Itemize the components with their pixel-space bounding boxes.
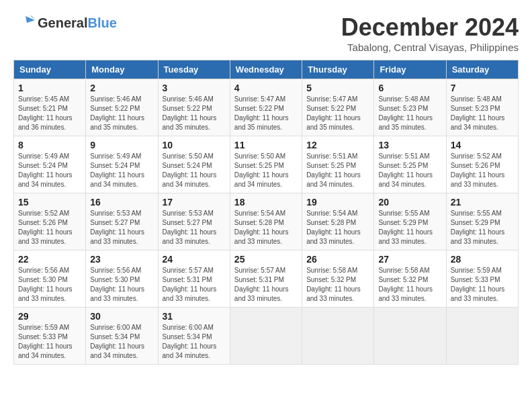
day-number: 1 <box>18 83 81 93</box>
calendar-cell: 9 Sunrise: 5:49 AM Sunset: 5:24 PM Dayli… <box>86 136 158 193</box>
calendar-cell: 2 Sunrise: 5:46 AM Sunset: 5:22 PM Dayli… <box>86 79 158 136</box>
calendar-header-row: SundayMondayTuesdayWednesdayThursdayFrid… <box>14 60 519 79</box>
calendar-cell: 10 Sunrise: 5:50 AM Sunset: 5:24 PM Dayl… <box>158 136 230 193</box>
cell-content: Sunrise: 5:49 AM Sunset: 5:24 PM Dayligh… <box>90 152 153 189</box>
cell-content: Sunrise: 5:51 AM Sunset: 5:25 PM Dayligh… <box>306 152 369 189</box>
cell-content: Sunrise: 5:55 AM Sunset: 5:29 PM Dayligh… <box>378 209 441 246</box>
day-number: 23 <box>90 254 153 265</box>
calendar-week-1: 1 Sunrise: 5:45 AM Sunset: 5:21 PM Dayli… <box>14 79 519 136</box>
cell-content: Sunrise: 5:58 AM Sunset: 5:32 PM Dayligh… <box>378 266 441 304</box>
cell-content: Sunrise: 5:54 AM Sunset: 5:28 PM Dayligh… <box>234 209 298 246</box>
cell-content: Sunrise: 5:46 AM Sunset: 5:22 PM Dayligh… <box>163 95 226 132</box>
day-number: 11 <box>234 140 298 150</box>
logo-text-general: General <box>38 15 87 30</box>
calendar-cell: 5 Sunrise: 5:47 AM Sunset: 5:22 PM Dayli… <box>302 79 374 136</box>
day-number: 7 <box>451 83 514 93</box>
cell-content: Sunrise: 5:58 AM Sunset: 5:32 PM Dayligh… <box>306 266 369 304</box>
day-header-friday: Friday <box>374 60 446 79</box>
calendar-cell: 19 Sunrise: 5:54 AM Sunset: 5:28 PM Dayl… <box>302 193 374 250</box>
calendar-cell: 11 Sunrise: 5:50 AM Sunset: 5:25 PM Dayl… <box>230 136 302 193</box>
cell-content: Sunrise: 5:59 AM Sunset: 5:33 PM Dayligh… <box>451 266 514 304</box>
calendar-cell: 24 Sunrise: 5:57 AM Sunset: 5:31 PM Dayl… <box>158 250 230 308</box>
cell-content: Sunrise: 5:59 AM Sunset: 5:33 PM Dayligh… <box>18 323 81 361</box>
location: Tabalong, Central Visayas, Philippines <box>341 42 519 53</box>
calendar-cell: 20 Sunrise: 5:55 AM Sunset: 5:29 PM Dayl… <box>374 193 446 250</box>
cell-content: Sunrise: 5:52 AM Sunset: 5:26 PM Dayligh… <box>18 209 81 246</box>
calendar-cell: 23 Sunrise: 5:56 AM Sunset: 5:30 PM Dayl… <box>86 250 158 308</box>
calendar-cell: 1 Sunrise: 5:45 AM Sunset: 5:21 PM Dayli… <box>14 79 86 136</box>
day-number: 24 <box>163 254 226 265</box>
day-number: 19 <box>306 197 369 208</box>
day-number: 14 <box>451 140 514 150</box>
calendar-week-2: 8 Sunrise: 5:49 AM Sunset: 5:24 PM Dayli… <box>14 136 519 193</box>
calendar-cell: 6 Sunrise: 5:48 AM Sunset: 5:23 PM Dayli… <box>374 79 446 136</box>
calendar-cell: 3 Sunrise: 5:46 AM Sunset: 5:22 PM Dayli… <box>158 79 230 136</box>
day-header-saturday: Saturday <box>446 60 518 79</box>
calendar-cell: 17 Sunrise: 5:53 AM Sunset: 5:27 PM Dayl… <box>158 193 230 250</box>
calendar-cell: 18 Sunrise: 5:54 AM Sunset: 5:28 PM Dayl… <box>230 193 302 250</box>
calendar-cell: 25 Sunrise: 5:57 AM Sunset: 5:31 PM Dayl… <box>230 250 302 308</box>
day-number: 25 <box>234 254 298 265</box>
calendar-cell: 16 Sunrise: 5:53 AM Sunset: 5:27 PM Dayl… <box>86 193 158 250</box>
cell-content: Sunrise: 6:00 AM Sunset: 5:34 PM Dayligh… <box>90 323 153 361</box>
day-number: 16 <box>90 197 153 208</box>
day-header-thursday: Thursday <box>302 60 374 79</box>
calendar-week-5: 29 Sunrise: 5:59 AM Sunset: 5:33 PM Dayl… <box>14 308 519 365</box>
cell-content: Sunrise: 5:52 AM Sunset: 5:26 PM Dayligh… <box>451 152 514 189</box>
calendar-cell: 22 Sunrise: 5:56 AM Sunset: 5:30 PM Dayl… <box>14 250 86 308</box>
day-number: 22 <box>18 254 81 265</box>
calendar-cell: 28 Sunrise: 5:59 AM Sunset: 5:33 PM Dayl… <box>446 250 518 308</box>
day-number: 29 <box>18 311 81 322</box>
logo-icon <box>13 13 35 32</box>
cell-content: Sunrise: 5:54 AM Sunset: 5:28 PM Dayligh… <box>306 209 369 246</box>
cell-content: Sunrise: 5:47 AM Sunset: 5:22 PM Dayligh… <box>306 95 369 132</box>
logo-text-blue: Blue <box>87 15 116 30</box>
calendar-week-4: 22 Sunrise: 5:56 AM Sunset: 5:30 PM Dayl… <box>14 250 519 308</box>
cell-content: Sunrise: 5:51 AM Sunset: 5:25 PM Dayligh… <box>378 152 441 189</box>
day-number: 20 <box>378 197 441 208</box>
day-number: 3 <box>163 83 226 93</box>
title-block: December 2024 Tabalong, Central Visayas,… <box>341 13 519 53</box>
cell-content: Sunrise: 5:49 AM Sunset: 5:24 PM Dayligh… <box>18 152 81 189</box>
cell-content: Sunrise: 5:56 AM Sunset: 5:30 PM Dayligh… <box>18 266 81 304</box>
calendar-cell: 30 Sunrise: 6:00 AM Sunset: 5:34 PM Dayl… <box>86 308 158 365</box>
calendar-cell <box>302 308 374 365</box>
cell-content: Sunrise: 5:53 AM Sunset: 5:27 PM Dayligh… <box>163 209 226 246</box>
cell-content: Sunrise: 5:48 AM Sunset: 5:23 PM Dayligh… <box>451 95 514 132</box>
day-number: 9 <box>90 140 153 150</box>
day-number: 4 <box>234 83 298 93</box>
cell-content: Sunrise: 5:47 AM Sunset: 5:22 PM Dayligh… <box>234 95 298 132</box>
cell-content: Sunrise: 5:48 AM Sunset: 5:23 PM Dayligh… <box>378 95 441 132</box>
calendar-cell <box>446 308 518 365</box>
calendar-week-3: 15 Sunrise: 5:52 AM Sunset: 5:26 PM Dayl… <box>14 193 519 250</box>
cell-content: Sunrise: 5:57 AM Sunset: 5:31 PM Dayligh… <box>163 266 226 304</box>
cell-content: Sunrise: 6:00 AM Sunset: 5:34 PM Dayligh… <box>163 323 226 361</box>
cell-content: Sunrise: 5:50 AM Sunset: 5:24 PM Dayligh… <box>163 152 226 189</box>
day-number: 10 <box>163 140 226 150</box>
calendar-cell: 8 Sunrise: 5:49 AM Sunset: 5:24 PM Dayli… <box>14 136 86 193</box>
calendar-cell: 14 Sunrise: 5:52 AM Sunset: 5:26 PM Dayl… <box>446 136 518 193</box>
day-number: 18 <box>234 197 298 208</box>
day-number: 2 <box>90 83 153 93</box>
day-number: 6 <box>378 83 441 93</box>
day-number: 12 <box>306 140 369 150</box>
day-number: 30 <box>90 311 153 322</box>
cell-content: Sunrise: 5:50 AM Sunset: 5:25 PM Dayligh… <box>234 152 298 189</box>
day-header-monday: Monday <box>86 60 158 79</box>
calendar-cell <box>374 308 446 365</box>
day-number: 5 <box>306 83 369 93</box>
cell-content: Sunrise: 5:56 AM Sunset: 5:30 PM Dayligh… <box>90 266 153 304</box>
calendar-cell <box>230 308 302 365</box>
calendar-cell: 29 Sunrise: 5:59 AM Sunset: 5:33 PM Dayl… <box>14 308 86 365</box>
svg-marker-0 <box>26 16 35 23</box>
day-number: 8 <box>18 140 81 150</box>
cell-content: Sunrise: 5:45 AM Sunset: 5:21 PM Dayligh… <box>18 95 81 132</box>
day-header-sunday: Sunday <box>14 60 86 79</box>
calendar-cell: 7 Sunrise: 5:48 AM Sunset: 5:23 PM Dayli… <box>446 79 518 136</box>
calendar-cell: 12 Sunrise: 5:51 AM Sunset: 5:25 PM Dayl… <box>302 136 374 193</box>
day-number: 15 <box>18 197 81 208</box>
month-title: December 2024 <box>341 13 519 42</box>
cell-content: Sunrise: 5:55 AM Sunset: 5:29 PM Dayligh… <box>451 209 514 246</box>
day-number: 26 <box>306 254 369 265</box>
day-header-tuesday: Tuesday <box>158 60 230 79</box>
